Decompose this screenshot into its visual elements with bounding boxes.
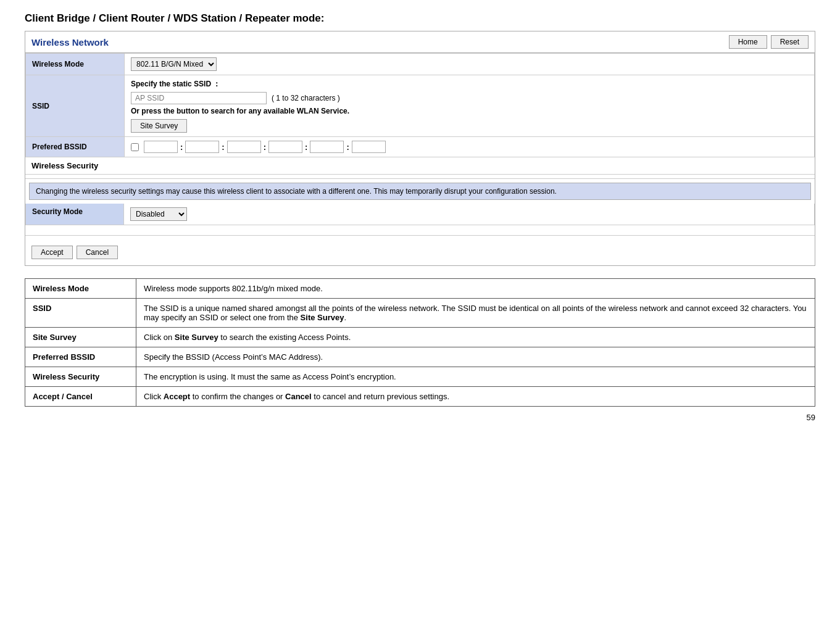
info-row-ssid: SSID The SSID is a unique named shared a… [25,299,815,328]
bssid-inputs: : : : : : [131,141,808,153]
bssid-input-2[interactable] [185,141,219,153]
bssid-row: Prefered BSSID : : : : : [26,137,815,157]
wireless-mode-value: 802.11 B/G/N Mixed [125,54,815,75]
info-value-site-survey: Click on Site Survey to search the exist… [136,328,815,347]
wireless-mode-select[interactable]: 802.11 B/G/N Mixed [131,57,217,71]
info-value-preferred-bssid: Specify the BSSID (Access Point’s MAC Ad… [136,347,815,367]
info-table: Wireless Mode Wireless mode supports 802… [25,278,815,407]
bssid-input-5[interactable] [310,141,344,153]
bssid-sep-5: : [346,143,349,152]
divider-2 [25,235,815,236]
info-label-preferred-bssid: Preferred BSSID [25,347,136,367]
page-title: Client Bridge / Client Router / WDS Stat… [25,12,815,25]
cancel-inline: Cancel [285,392,312,401]
cancel-button[interactable]: Cancel [77,246,118,259]
divider [25,178,815,179]
info-label-wireless-security: Wireless Security [25,367,136,387]
ssid-row: SSID Specify the static SSID ： ( 1 to 32… [26,75,815,137]
ssid-value-cell: Specify the static SSID ： ( 1 to 32 char… [125,75,815,137]
info-value-ssid: The SSID is a unique named shared amongs… [136,299,815,328]
info-row-preferred-bssid: Preferred BSSID Specify the BSSID (Acces… [25,347,815,367]
warning-box: Changing the wireless security settings … [29,183,811,200]
form-table: Wireless Mode 802.11 B/G/N Mixed SSID Sp… [25,53,815,157]
ssid-hint: ( 1 to 32 characters ) [272,94,340,102]
bssid-sep-3: : [264,143,266,152]
page-number: 59 [25,413,815,422]
info-row-wireless-security: Wireless Security The encryption is usin… [25,367,815,387]
info-label-ssid: SSID [25,299,136,328]
bssid-sep-4: : [305,143,307,152]
security-mode-row: Security Mode DisabledWEPWPA-PSKWPA2-PSK [25,204,815,225]
action-buttons: Accept Cancel [25,239,815,265]
security-mode-value: DisabledWEPWPA-PSKWPA2-PSK [124,204,815,225]
panel-header: Wireless Network Home Reset [25,31,815,53]
info-label-wireless-mode: Wireless Mode [25,279,136,299]
security-mode-label: Security Mode [25,204,124,225]
ssid-specify-label: Specify the static SSID ： [131,79,808,89]
bssid-sep-2: : [222,143,224,152]
bssid-input-4[interactable] [268,141,302,153]
panel-title: Wireless Network [31,37,109,48]
info-row-accept-cancel: Accept / Cancel Click Accept to confirm … [25,387,815,407]
accept-inline: Accept [164,392,190,401]
ssid-input-row: ( 1 to 32 characters ) [131,92,808,104]
bssid-label: Prefered BSSID [26,137,125,157]
security-mode-select[interactable]: DisabledWEPWPA-PSKWPA2-PSK [130,207,187,221]
ssid-input[interactable] [131,92,267,104]
wireless-mode-label: Wireless Mode [26,54,125,75]
header-buttons: Home Reset [729,35,809,49]
info-value-wireless-mode: Wireless mode supports 802.11b/g/n mixed… [136,279,815,299]
wireless-security-header: Wireless Security [25,157,815,175]
wireless-mode-row: Wireless Mode 802.11 B/G/N Mixed [26,54,815,75]
info-label-site-survey: Site Survey [25,328,136,347]
site-survey-container: Site Survey [131,119,808,133]
info-value-accept-cancel: Click Accept to confirm the changes or C… [136,387,815,407]
ssid-site-survey-inline: Site Survey [301,313,344,322]
site-survey-inline: Site Survey [175,333,218,342]
ssid-or-text: Or press the button to search for any av… [131,107,808,115]
ssid-label: SSID [26,75,125,137]
site-survey-button[interactable]: Site Survey [131,119,187,133]
info-row-wireless-mode: Wireless Mode Wireless mode supports 802… [25,279,815,299]
home-button[interactable]: Home [729,35,767,49]
wireless-network-panel: Wireless Network Home Reset Wireless Mod… [25,31,815,266]
info-row-site-survey: Site Survey Click on Site Survey to sear… [25,328,815,347]
bssid-input-1[interactable] [144,141,178,153]
info-value-wireless-security: The encryption is using. It must the sam… [136,367,815,387]
info-label-accept-cancel: Accept / Cancel [25,387,136,407]
bssid-value-cell: : : : : : [125,137,815,157]
bssid-sep-1: : [180,143,183,152]
bssid-input-6[interactable] [352,141,386,153]
reset-button[interactable]: Reset [771,35,809,49]
bssid-input-3[interactable] [227,141,261,153]
accept-button[interactable]: Accept [31,246,73,259]
bssid-checkbox[interactable] [131,143,139,151]
